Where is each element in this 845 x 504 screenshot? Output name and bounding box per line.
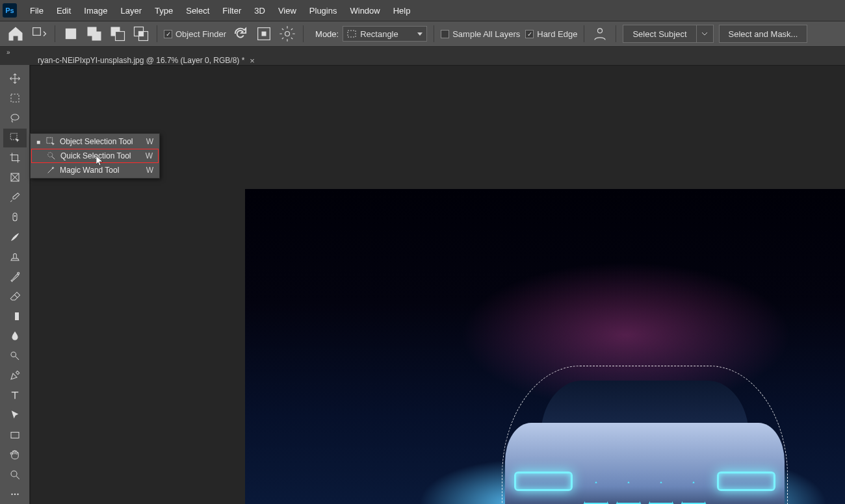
object-finder-label: Object Finder <box>176 29 226 39</box>
svg-point-26 <box>14 494 15 495</box>
hard-edge-checkbox[interactable]: Hard Edge <box>525 29 577 39</box>
flyout-quick-selection-tool[interactable]: Quick Selection Tool W <box>31 149 159 163</box>
svg-point-25 <box>11 494 12 495</box>
rectangular-marquee-tool[interactable] <box>3 89 27 108</box>
path-selection-tool[interactable] <box>3 406 27 425</box>
menu-view[interactable]: View <box>272 0 303 21</box>
flyout-item-label: Object Selection Tool <box>60 137 133 146</box>
healing-brush-tool[interactable] <box>3 208 27 227</box>
menu-edit[interactable]: Edit <box>50 0 77 21</box>
edit-toolbar[interactable] <box>3 485 27 505</box>
checkbox-icon <box>164 30 172 38</box>
svg-rect-3 <box>92 32 101 41</box>
svg-rect-0 <box>33 28 41 36</box>
svg-point-13 <box>598 29 603 33</box>
svg-point-11 <box>285 32 290 36</box>
rectangle-shape-tool[interactable] <box>3 425 27 445</box>
checkbox-icon <box>441 30 449 38</box>
hand-tool[interactable] <box>3 446 27 465</box>
menu-type[interactable]: Type <box>148 0 179 21</box>
object-selection-icon <box>46 136 56 147</box>
flyout-magic-wand-tool[interactable]: Magic Wand Tool W <box>31 163 159 177</box>
brush-tool[interactable] <box>3 227 27 247</box>
crop-tool[interactable] <box>3 148 27 168</box>
magic-wand-icon <box>46 165 56 175</box>
blur-tool[interactable] <box>3 327 27 346</box>
menu-select[interactable]: Select <box>179 0 216 21</box>
menu-layer[interactable]: Layer <box>114 0 149 21</box>
subtract-from-selection-icon[interactable] <box>109 25 127 43</box>
type-tool[interactable] <box>3 386 27 405</box>
flyout-object-selection-tool[interactable]: ■ Object Selection Tool W <box>31 134 159 149</box>
menu-image[interactable]: Image <box>77 0 114 21</box>
select-subject-dropdown[interactable] <box>697 25 714 43</box>
svg-rect-12 <box>348 31 356 37</box>
menubar: Ps File Edit Image Layer Type Select Fil… <box>0 0 845 21</box>
object-finder-checkbox[interactable]: Object Finder <box>164 29 226 39</box>
svg-point-29 <box>48 153 53 157</box>
show-overlay-icon[interactable] <box>255 25 273 43</box>
zoom-tool[interactable] <box>3 465 27 485</box>
menu-help[interactable]: Help <box>387 0 417 21</box>
select-subject-button[interactable]: Select Subject <box>623 25 696 43</box>
document-tab-title: ryan-c-NEiPIxpYI-unsplash.jpg @ 16.7% (L… <box>38 56 244 65</box>
mode-select[interactable]: Rectangle <box>343 26 427 42</box>
menu-window[interactable]: Window <box>343 0 386 21</box>
gradient-tool[interactable] <box>3 307 27 326</box>
intersect-selection-icon[interactable] <box>132 25 150 43</box>
select-people-icon[interactable] <box>591 25 609 43</box>
svg-rect-8 <box>139 32 144 36</box>
menu-3d[interactable]: 3D <box>248 0 272 21</box>
frame-tool[interactable] <box>3 168 27 188</box>
dodge-tool[interactable] <box>3 346 27 366</box>
mouse-cursor-icon <box>96 156 104 166</box>
pen-tool[interactable] <box>3 366 27 386</box>
tool-preset-icon[interactable] <box>30 25 48 43</box>
move-tool[interactable] <box>3 69 27 88</box>
new-selection-icon[interactable] <box>62 25 80 43</box>
options-bar: Object Finder Mode: Rectangle Sample All… <box>0 21 845 47</box>
close-icon[interactable]: × <box>250 56 255 66</box>
history-brush-tool[interactable] <box>3 267 27 286</box>
add-to-selection-icon[interactable] <box>85 25 103 43</box>
sample-all-layers-checkbox[interactable]: Sample All Layers <box>441 29 520 39</box>
quick-selection-icon <box>46 151 57 161</box>
document-image <box>245 189 845 504</box>
separator <box>616 25 616 42</box>
separator <box>434 25 434 42</box>
canvas-area[interactable] <box>30 65 845 504</box>
flyout-item-shortcut: W <box>146 166 153 175</box>
svg-rect-23 <box>11 432 19 438</box>
settings-gear-icon[interactable] <box>278 25 296 43</box>
menu-filter[interactable]: Filter <box>216 0 248 21</box>
select-and-mask-button[interactable]: Select and Mask... <box>719 25 808 43</box>
home-icon[interactable] <box>6 25 25 43</box>
eraser-tool[interactable] <box>3 287 27 307</box>
menu-file[interactable]: File <box>23 0 50 21</box>
svg-rect-5 <box>116 32 125 41</box>
object-selection-tool[interactable] <box>3 129 27 148</box>
svg-point-19 <box>17 272 19 274</box>
svg-point-27 <box>17 494 18 495</box>
svg-rect-10 <box>262 32 266 36</box>
tool-flyout-menu: ■ Object Selection Tool W Quick Selectio… <box>30 133 160 179</box>
hard-edge-label: Hard Edge <box>537 29 577 39</box>
app-logo-icon: Ps <box>3 3 17 18</box>
tools-panel <box>0 65 30 504</box>
separator <box>584 25 584 42</box>
flyout-item-label: Magic Wand Tool <box>60 166 119 175</box>
eyedropper-tool[interactable] <box>3 188 27 207</box>
current-tool-marker-icon: ■ <box>35 138 42 145</box>
separator <box>55 25 55 42</box>
sample-all-layers-label: Sample All Layers <box>452 29 520 39</box>
clone-stamp-tool[interactable] <box>3 247 27 267</box>
refresh-icon[interactable] <box>231 25 250 43</box>
svg-rect-21 <box>11 312 15 320</box>
lasso-tool[interactable] <box>3 108 27 128</box>
menu-plugins[interactable]: Plugins <box>303 0 344 21</box>
svg-rect-14 <box>11 94 19 102</box>
mode-value: Rectangle <box>360 29 398 39</box>
separator <box>303 25 304 42</box>
flyout-item-shortcut: W <box>146 151 153 160</box>
svg-point-24 <box>11 471 17 477</box>
